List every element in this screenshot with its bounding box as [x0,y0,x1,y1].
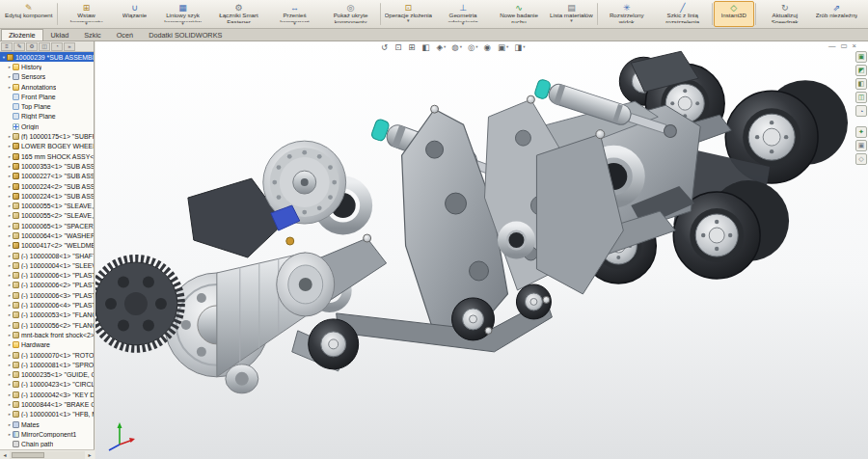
view-tool-button[interactable]: ↺ [381,42,389,52]
view-tool-button[interactable]: ◍ ▾ [451,42,462,52]
ribbon-button[interactable]: ✳ Rozstrzelony widok [599,1,655,27]
side-tool-button[interactable]: ▣ [855,51,867,63]
command-tab[interactable]: Oceń [109,29,141,40]
ribbon-button[interactable]: ∿ Nowe badanie ruchu [491,1,547,27]
view-tool-button[interactable]: ⊞ [408,42,416,52]
panel-tab-icon[interactable]: ◔ [51,42,63,51]
tree-item[interactable]: ▸ 10000055<1> "SLEAVE, PIVO [0,201,94,210]
panel-tab-icon[interactable]: ≡ [1,42,13,51]
tree-item[interactable]: Top Plane [0,101,94,111]
ribbon-button[interactable]: ✎ Edytuj komponent [2,1,56,27]
tree-item[interactable]: ▸ 10000353<1> "SUB ASSEMB [0,161,94,171]
tree-item[interactable]: ▸ 10000064<1> "WASHER, 1 x [0,230,94,240]
view-tool-button[interactable]: ◧ [421,42,430,52]
command-tab[interactable]: Dodatki SOLIDWORKS [141,29,230,40]
tree-item[interactable]: ▸ (-) 10000004<1> "SLEEVE, SH [0,260,94,270]
tree-item[interactable]: ▸ MirrorComponent1 [0,429,94,439]
tree-item[interactable]: ▸ (-) 10000042<3> "KEY DIN 68 [0,390,94,399]
side-tool-button[interactable]: ◫ [855,92,867,103]
ribbon-button[interactable]: ◎ Pokaż ukryte komponenty [323,1,379,27]
tree-item[interactable]: ▸ LOWER BOGEY WHEEL PIVOT [0,142,94,151]
scrollbar-track[interactable] [10,451,85,459]
tree-item[interactable]: Front Plane [0,92,94,101]
ribbon-button[interactable]: ◇ Instant3D [714,1,754,27]
ribbon-button[interactable] [380,3,381,25]
tree-item[interactable]: ▸ (-) 10000053<1> "FLANGE BU [0,310,94,320]
tree-item[interactable]: ▸ (-) 10000056<2> "FLANGE BU [0,320,94,330]
tree-item[interactable]: ▾ 10000239 *SUB ASSEMBLY, LH C [0,52,94,62]
side-tool-button[interactable]: ◔ [855,105,867,117]
tree-item[interactable]: ▸ (-) 10000006<1> "PLASTIC SP [0,271,94,281]
view-tool-button[interactable]: ◎ ▾ [468,42,478,52]
tree-item[interactable]: Right Plane [0,112,94,122]
tree-item[interactable]: ▸ (-) 10000423<1> "CIRCLIP DIN [0,380,94,390]
side-tool-button[interactable]: ◧ [855,78,867,90]
tree-item[interactable]: ▸ 10000227<1> "SUB ASSEMBL [0,172,94,181]
window-control-icon[interactable]: — [828,41,836,50]
view-tool-button[interactable]: ▣ ▾ [498,42,508,52]
panel-tab-icon[interactable]: » [64,42,75,51]
ribbon-button[interactable]: ↔ Przenieś komponent ▼ [267,1,323,27]
tree-item[interactable]: Origin [0,122,94,131]
tree-item[interactable]: ▸ (-) 10000070<1> "ROTOR, BR [0,350,94,360]
command-tab[interactable]: Szkic [76,29,108,40]
ribbon-button[interactable]: ╱ Szkic z linią rozstrzelenia [655,1,711,27]
ribbon-button[interactable]: ⊡ Operacje złożenia ▼ [382,1,436,27]
side-tool-button[interactable]: ◇ [855,153,867,165]
scrollbar-thumb[interactable] [12,452,44,458]
side-tool-button[interactable]: ▣ [855,140,867,151]
window-control-icon[interactable]: ▭ [841,41,848,50]
scroll-left-icon[interactable]: ◂ [0,451,10,458]
ribbon-button[interactable]: ▤ Lista materiałów ▼ [547,1,596,27]
tree-item[interactable]: ▸ History [0,62,94,71]
tree-item[interactable]: ▸ Sensors [0,72,94,82]
ribbon-button[interactable] [57,3,58,25]
tree-horizontal-scrollbar[interactable]: ◂ ▸ [0,449,95,459]
ribbon-button[interactable] [597,3,598,25]
panel-tab-icon[interactable]: ⚙ [26,42,38,51]
tree-item[interactable]: ▸ (-) 10000008<1> "SHAFT, M [0,251,94,260]
view-tool-button[interactable]: ◨ ▾ [514,42,525,52]
command-tab[interactable]: Układ [43,29,77,40]
ribbon-button[interactable]: ⊥ Geometria odniesienia ▼ [435,1,491,27]
tree-item[interactable]: ▸ (-) 10000006<4> "PLASTIC SP [0,300,94,310]
scroll-right-icon[interactable]: ▸ [85,451,95,458]
tree-item[interactable]: ▸ Hardware [0,340,94,350]
side-tool-button[interactable]: ✦ [855,126,867,138]
3d-model[interactable] [95,41,868,459]
graphics-viewport[interactable]: ↺ ⊡ ⊞ ◧ ◈ ▾ ◍ ▾ ◎ [95,41,868,459]
ribbon-button[interactable]: ↻ Aktualizuj Speedpak [757,1,813,27]
tree-item[interactable]: ▸ Mates [0,419,94,429]
view-tool-button[interactable]: ⊡ [394,42,402,52]
command-tab[interactable]: Złożenie [1,29,43,40]
tree-item[interactable]: ▸ 10000235<1> "GUIDE, CHAIN [0,370,94,380]
tree-item[interactable]: ▸ (-) 10000006<2> "PLASTIC SP [0,281,94,290]
tree-item[interactable]: ▸ 10000224<1> "SUB ASSEMBL [0,191,94,201]
tree-item[interactable]: ▸ (-) 10000001<1> "HFB, M12 [0,410,94,419]
side-tool-button[interactable]: ◩ [855,65,867,76]
ribbon-button[interactable]: ∪ Wiązanie [115,1,155,27]
window-control-icon[interactable]: × [853,41,856,50]
tree-item[interactable]: Chain path [0,440,94,449]
ribbon-button[interactable]: ⊞ Wstaw komponenty ▼ [59,1,115,27]
ribbon-button[interactable] [712,3,713,25]
tree-item[interactable]: ▸ 10000065<1> "SPACER, REAR [0,221,94,230]
tree-item[interactable]: ▸ (f) 10000175<1> "SUBFRAME [0,131,94,141]
tree-item[interactable]: ▸ 10000417<2> "WELDMENT ADJU [0,241,94,251]
tree-item[interactable]: ▸ 10000055<2> "SLEAVE, PIVO [0,211,94,221]
ribbon-button[interactable]: ⚙ Łączniki Smart Fastener [211,1,267,27]
tree-item[interactable]: ▸ 10000224<2> "SUB ASSEMBL [0,181,94,191]
view-tool-button[interactable]: ◈ ▾ [436,42,446,52]
tree-item[interactable]: ▸ (-) 10000006<3> "PLASTIC SP [0,290,94,300]
tree-item[interactable]: ▸ Annotations [0,82,94,92]
panel-tab-icon[interactable]: ✎ [14,42,25,51]
ribbon-button[interactable]: ▦ Liniowy szyk komponentów ▼ [155,1,211,27]
tree-item[interactable]: ▸ (-) 10000081<1> "SPROCKET [0,360,94,369]
ribbon-button[interactable] [755,3,756,25]
tree-item[interactable]: ▸ mnt-back front shock<2> "15 [0,330,94,339]
panel-tab-icon[interactable]: ◫ [39,42,50,51]
view-tool-button[interactable]: ◉ [484,42,492,52]
tree-item[interactable]: ▸ 10000844<1> "BRAKE CALIP [0,399,94,409]
ribbon-button[interactable]: ⇗ Zrób niezależny [813,1,861,27]
tree-item[interactable]: ▸ 165 mm SHOCK ASSY<1> "SU [0,151,94,161]
